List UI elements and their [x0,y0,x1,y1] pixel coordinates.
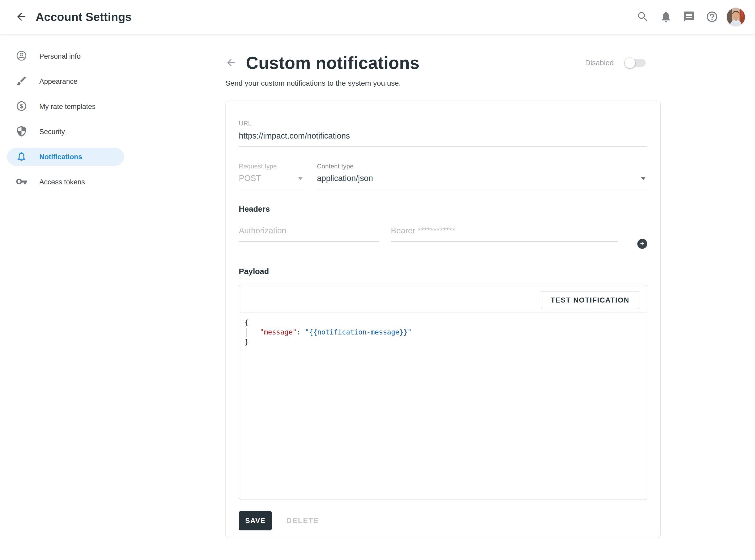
user-avatar[interactable] [726,7,746,27]
save-button[interactable]: SAVE [239,511,272,531]
sidebar-item-access-tokens[interactable]: Access tokens [7,173,124,191]
sidebar-item-personal-info[interactable]: Personal info [7,47,124,65]
headers-row [239,222,647,242]
delete-button[interactable]: DELETE [287,517,319,525]
content-type-value: application/json [317,174,373,183]
header-value-input[interactable] [391,222,618,242]
url-input[interactable] [239,127,647,147]
plus-icon [639,240,645,247]
request-type-value: POST [239,174,261,183]
sidebar-item-label: Notifications [39,153,82,161]
chevron-down-icon [641,177,646,180]
add-header-button[interactable] [637,239,647,249]
code-open-brace: { [245,319,249,326]
code-separator: : [297,328,305,336]
header-name-input[interactable] [239,222,379,242]
request-type-dropdown[interactable]: POST [239,170,304,189]
payload-editor: TEST NOTIFICATION { "message": "{{notifi… [239,285,647,500]
toggle-knob [625,58,635,68]
page-subtitle: Send your custom notifications to the sy… [226,79,755,87]
topbar: Account Settings [0,0,755,34]
form-actions: SAVE DELETE [239,511,647,531]
test-notification-button[interactable]: TEST NOTIFICATION [541,291,639,309]
sidebar-item-my-rate-templates[interactable]: $ My rate templates [7,98,124,116]
payload-code-area[interactable]: { "message": "{{notification-message}}" … [239,313,647,347]
bell-icon [660,11,672,24]
payload-toolbar: TEST NOTIFICATION [239,285,647,313]
payload-section-title: Payload [239,267,647,276]
url-field: URL [239,101,647,147]
code-line: "message": "{{notification-message}}" [245,327,647,337]
search-icon [637,11,649,24]
dollar-circle-icon: $ [16,100,27,113]
enable-toggle-switch[interactable] [625,59,646,67]
app-title: Account Settings [36,11,132,24]
notification-settings-card: URL Request type POST Content type appli… [226,101,661,538]
settings-sidebar: Personal info Appearance $ My rate templ… [0,34,131,560]
code-line: } [245,337,647,347]
notifications-button[interactable] [660,11,672,23]
bell-outline-icon [16,151,27,163]
content-type-select: Content type application/json [317,163,647,189]
page-header: Custom notifications Disabled [226,53,661,73]
sidebar-item-label: Access tokens [39,178,85,186]
code-key: "message" [260,328,297,336]
code-close-brace: } [245,338,249,346]
request-type-select: Request type POST [239,163,304,189]
page-title: Custom notifications [246,53,420,73]
person-circle-icon [16,50,27,63]
key-icon [16,176,27,188]
sidebar-item-label: Personal info [39,53,81,60]
sidebar-item-appearance[interactable]: Appearance [7,73,124,91]
content-type-dropdown[interactable]: application/json [317,170,647,189]
page-back-button[interactable] [226,57,236,69]
main-panel: Custom notifications Disabled Send your … [131,34,755,560]
help-button[interactable] [706,11,718,23]
svg-text:$: $ [20,103,23,109]
enable-toggle-group: Disabled [585,59,646,67]
code-line: { [245,318,647,327]
type-selects-row: Request type POST Content type applicati… [239,163,647,189]
chevron-down-icon [298,177,303,180]
sidebar-item-label: Security [39,128,65,136]
chat-icon [683,11,695,24]
url-label: URL [239,120,647,127]
back-button[interactable] [15,11,27,24]
request-type-label: Request type [239,163,304,170]
sidebar-item-label: My rate templates [39,103,96,111]
shield-icon [16,125,27,138]
arrow-back-icon [226,57,236,69]
sidebar-item-label: Appearance [39,78,78,86]
content-area: Personal info Appearance $ My rate templ… [0,34,755,560]
help-icon [706,11,718,24]
toggle-status-label: Disabled [585,59,614,67]
brush-icon [16,75,27,88]
sidebar-item-notifications[interactable]: Notifications [7,148,124,166]
indent-guide [246,328,247,337]
search-button[interactable] [637,11,649,23]
code-value: "{{notification-message}}" [305,328,411,336]
arrow-back-icon [15,11,27,24]
messages-button[interactable] [683,11,695,23]
content-type-label: Content type [317,163,647,170]
headers-section-title: Headers [239,204,647,214]
sidebar-item-security[interactable]: Security [7,123,124,141]
